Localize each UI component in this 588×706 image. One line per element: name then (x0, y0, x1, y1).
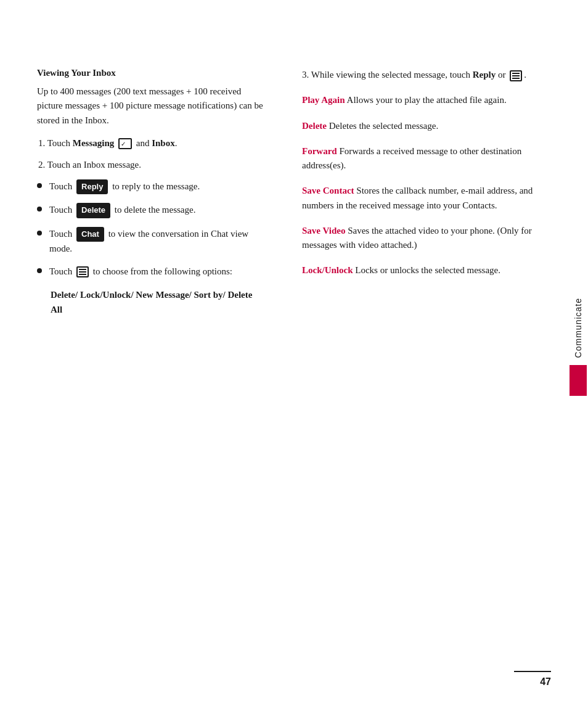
bullet-menu-content: Touch to choose from the following optio… (49, 265, 232, 279)
step3: 3. While viewing the selected message, t… (302, 68, 551, 82)
step1-prefix: Touch (47, 138, 70, 148)
save-contact-section: Save Contact Stores the callback number,… (302, 184, 551, 213)
save-video-section: Save Video Saves the attached video to y… (302, 224, 551, 253)
bullet-item-delete: Touch Delete to delete the message. (37, 203, 265, 218)
forward-label: Forward (302, 146, 337, 156)
save-contact-label: Save Contact (302, 186, 354, 195)
page-container: Viewing Your Inbox Up to 400 messages (2… (0, 0, 588, 706)
bullet-chat-content: Touch Chat to view the conversation in C… (49, 227, 265, 256)
lock-unlock-text: Locks or unlocks the selected message. (355, 265, 500, 275)
bullet-delete-content: Touch Delete to delete the message. (49, 203, 195, 218)
delete-badge: Delete (76, 203, 110, 218)
bullet-dot-delete (37, 207, 42, 211)
bullet-reply-content: Touch Reply to reply to the message. (49, 179, 200, 194)
play-again-section: Play Again Allows your to play the attac… (302, 93, 551, 107)
play-again-label: Play Again (302, 95, 345, 105)
right-column: 3. While viewing the selected message, t… (296, 68, 551, 669)
sidebar-bar (570, 365, 587, 396)
lock-unlock-section: Lock/Unlock Locks or unlocks the selecte… (302, 263, 551, 277)
left-column: Viewing Your Inbox Up to 400 messages (2… (37, 68, 271, 669)
forward-section: Forward Forwards a received message to o… (302, 144, 551, 173)
two-column-layout: Viewing Your Inbox Up to 400 messages (2… (37, 68, 551, 669)
step3-menu-icon (510, 70, 522, 81)
bullet-item-reply: Touch Reply to reply to the message. (37, 179, 265, 194)
step1-inbox-label: Inbox (152, 138, 175, 148)
step3-text: 3. While viewing the selected message, t… (302, 70, 508, 80)
delete-section: Delete Deletes the selected message. (302, 119, 551, 133)
bullet-dot-reply (37, 183, 42, 188)
step1-period: . (175, 138, 178, 148)
chat-badge: Chat (76, 227, 104, 242)
menu-icon-bullet (76, 266, 89, 277)
lock-unlock-label: Lock/Unlock (302, 265, 353, 275)
section-title: Viewing Your Inbox (37, 68, 265, 78)
step-1: 1. Touch Messaging and Inbox. (37, 136, 265, 150)
bullet-dot-menu (37, 268, 42, 273)
step3-period: . (524, 70, 526, 80)
step3-reply-label: Reply (473, 70, 496, 80)
delete-label: Delete (302, 121, 327, 131)
page-divider (514, 671, 551, 672)
reply-badge: Reply (76, 179, 108, 194)
step1-messaging-label: Messaging (73, 138, 116, 148)
sidebar-label: Communicate (573, 298, 583, 358)
bullet-item-menu: Touch to choose from the following optio… (37, 265, 265, 279)
sidebar-communicate: Communicate (568, 298, 588, 409)
bullet-list: Touch Reply to reply to the message. Tou… (37, 179, 265, 279)
bullet-item-chat: Touch Chat to view the conversation in C… (37, 227, 265, 256)
step-2: 2. Touch an Inbox message. (37, 158, 265, 172)
messaging-icon (118, 138, 132, 149)
save-video-label: Save Video (302, 226, 345, 236)
body-text: Up to 400 messages (200 text messages + … (37, 84, 265, 128)
play-again-text: Allows your to play the attached file ag… (347, 95, 507, 105)
options-list: Delete/ Lock/Unlock/ New Message/ Sort b… (51, 287, 265, 317)
delete-text: Deletes the selected message. (329, 121, 438, 131)
bullet-dot-chat (37, 231, 42, 236)
step2-text: Touch an Inbox message. (47, 160, 141, 170)
step1-and: and (136, 138, 150, 148)
page-number: 47 (540, 676, 551, 688)
